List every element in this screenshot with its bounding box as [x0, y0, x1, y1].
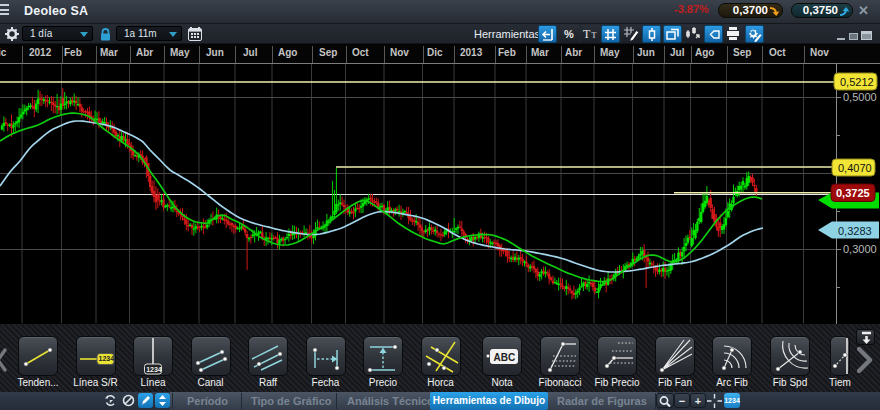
svg-text:T: T: [592, 31, 597, 40]
svg-text:0,5000: 0,5000: [843, 91, 877, 103]
svg-text:0,3725: 0,3725: [836, 187, 870, 199]
svg-text:T: T: [583, 27, 591, 41]
svg-text:%: %: [564, 28, 574, 40]
svg-text:1234: 1234: [146, 366, 162, 373]
svg-text:0,3000: 0,3000: [843, 243, 877, 255]
svg-text:0,4070: 0,4070: [838, 162, 872, 174]
svg-text:0,5212: 0,5212: [840, 76, 874, 88]
svg-text:0,3283: 0,3283: [838, 225, 872, 237]
svg-text:ABC: ABC: [494, 352, 516, 363]
svg-text:1234: 1234: [98, 355, 114, 362]
